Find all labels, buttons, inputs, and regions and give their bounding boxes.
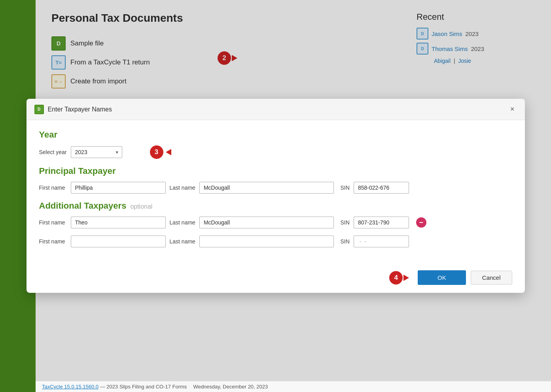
- additional-1-last-label: Last name: [170, 238, 195, 245]
- additional-1-first-label: First name: [39, 238, 67, 245]
- year-section-label: Year: [39, 130, 512, 140]
- principal-sin-input[interactable]: [354, 182, 409, 194]
- badge-4-arrow: [403, 275, 409, 281]
- principal-form-row: First name Last name SIN: [39, 182, 512, 194]
- annotation-badge-4: 4: [389, 271, 403, 285]
- badge-3-container: 3: [150, 145, 171, 159]
- status-subtitle: 2023 Slips Filing and CO-17 Forms: [106, 384, 187, 390]
- ok-button[interactable]: OK: [418, 270, 466, 285]
- additional-0-sin-input[interactable]: [354, 217, 409, 228]
- status-date: Wednesday, December 20, 2023: [193, 384, 268, 390]
- status-app-name: TaxCycle 15.0.15.1560.0 — 2023 Slips Fil…: [42, 384, 187, 390]
- optional-label: optional: [130, 203, 152, 210]
- additional-0-first-name-input[interactable]: [71, 217, 166, 228]
- principal-last-name-input[interactable]: [199, 182, 334, 194]
- additional-0-sin-label: SIN: [338, 219, 350, 226]
- remove-icon-0: −: [416, 217, 426, 228]
- additional-0-first-label: First name: [39, 219, 67, 226]
- principal-section-label: Principal Taxpayer: [39, 166, 512, 176]
- year-select[interactable]: 2023 2022 2021 2020: [71, 146, 122, 158]
- principal-sin-label: SIN: [338, 185, 350, 191]
- dialog-footer: 4 OK Cancel: [27, 264, 525, 293]
- status-app-link[interactable]: TaxCycle 15.0.15.1560.0: [42, 384, 98, 390]
- year-form-row: Select year 2023 2022 2021 2020 3: [39, 145, 512, 159]
- badge-3-arrow: [166, 149, 171, 155]
- additional-1-sin-input[interactable]: [354, 236, 409, 247]
- dialog-header-left: D Enter Taxpayer Names: [34, 105, 112, 114]
- additional-1-last-name-input[interactable]: [199, 236, 334, 247]
- additional-header: Additional Taxpayers optional: [39, 201, 512, 211]
- dialog-header: D Enter Taxpayer Names ×: [27, 99, 525, 120]
- principal-first-name-input[interactable]: [71, 182, 166, 194]
- additional-0-last-label: Last name: [170, 219, 195, 226]
- additional-0-last-name-input[interactable]: [199, 217, 334, 228]
- additional-section-label: Additional Taxpayers: [39, 201, 127, 211]
- year-field-label: Select year: [39, 149, 67, 155]
- dialog-title: Enter Taxpayer Names: [48, 106, 112, 113]
- annotation-badge-3: 3: [150, 145, 163, 159]
- taxpayer-names-dialog: D Enter Taxpayer Names × Year Select yea…: [27, 99, 525, 293]
- additional-row-0: First name Last name SIN −: [39, 217, 512, 228]
- year-select-wrapper: 2023 2022 2021 2020: [71, 146, 122, 158]
- additional-0-remove-button[interactable]: −: [416, 217, 426, 228]
- dialog-header-icon: D: [34, 105, 44, 114]
- cancel-button[interactable]: Cancel: [471, 271, 512, 285]
- additional-1-sin-label: SIN: [338, 238, 350, 245]
- additional-1-first-name-input[interactable]: [71, 236, 166, 247]
- principal-last-label: Last name: [170, 185, 195, 191]
- status-bar: TaxCycle 15.0.15.1560.0 — 2023 Slips Fil…: [36, 381, 551, 392]
- dialog-overlay: D Enter Taxpayer Names × Year Select yea…: [0, 0, 551, 392]
- additional-row-1: First name Last name SIN: [39, 236, 512, 247]
- dialog-close-button[interactable]: ×: [508, 104, 517, 114]
- principal-first-label: First name: [39, 185, 67, 191]
- badge-4-container: 4: [389, 271, 409, 285]
- dialog-body: Year Select year 2023 2022 2021 2020 3: [27, 120, 525, 264]
